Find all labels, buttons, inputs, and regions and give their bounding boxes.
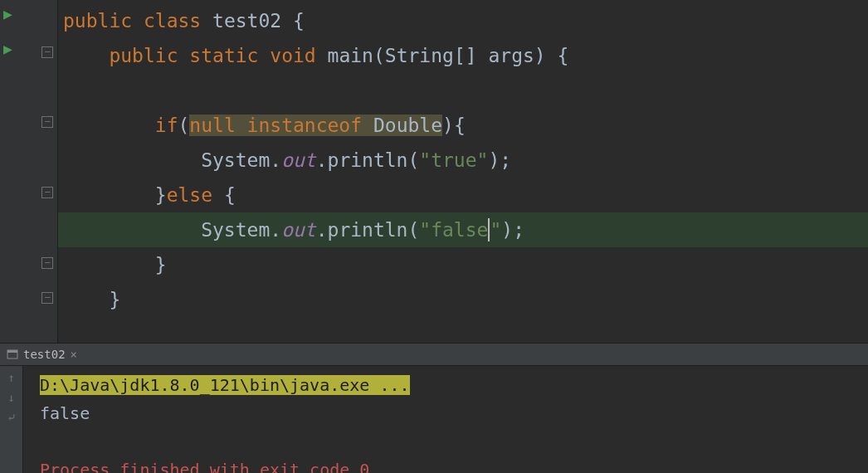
dot: . bbox=[270, 149, 281, 171]
warning-highlight: null instanceof Double bbox=[189, 115, 442, 136]
down-icon[interactable]: ↓ bbox=[7, 391, 14, 404]
run-icon[interactable]: ▶ bbox=[3, 40, 12, 57]
brace: { bbox=[558, 45, 569, 66]
string-literal: "true" bbox=[419, 149, 488, 171]
brace: } bbox=[109, 289, 120, 310]
brace: { bbox=[293, 10, 305, 32]
method-call: println bbox=[328, 149, 408, 171]
code-line bbox=[58, 73, 868, 108]
console-command-line: D:\Java\jdk1.8.0_121\bin\java.exe ... bbox=[40, 371, 851, 399]
fold-icon[interactable] bbox=[41, 187, 53, 198]
keyword: void bbox=[270, 45, 315, 66]
fold-icon[interactable] bbox=[41, 292, 53, 304]
svg-rect-1 bbox=[7, 350, 17, 353]
editor-area: ▶ ▶ public class test02 { public static … bbox=[0, 0, 868, 343]
code-line: public class test02 { bbox=[58, 3, 868, 38]
code-line-current: System.out.println("false"); bbox=[58, 212, 868, 247]
console-output-line: false bbox=[40, 399, 851, 427]
class-ref: System bbox=[201, 149, 270, 171]
fold-icon[interactable] bbox=[41, 257, 53, 269]
brace: { bbox=[224, 184, 236, 206]
param: args bbox=[488, 45, 534, 66]
close-icon[interactable]: × bbox=[71, 348, 77, 361]
console-toolbar: ↑ ↓ ⤶ bbox=[0, 366, 23, 473]
text-cursor bbox=[488, 218, 490, 241]
string-literal: "false" bbox=[419, 219, 501, 241]
brace: { bbox=[454, 115, 466, 136]
code-pane[interactable]: public class test02 { public static void… bbox=[58, 0, 868, 343]
up-icon[interactable]: ↑ bbox=[7, 371, 14, 384]
code-line: public static void main(String[] args) { bbox=[58, 38, 868, 73]
code-line: } bbox=[58, 247, 868, 282]
brackets: [] bbox=[454, 45, 477, 66]
keyword: else bbox=[167, 184, 212, 206]
keyword: public bbox=[63, 10, 132, 32]
keyword: null bbox=[189, 115, 235, 136]
console-blank-line bbox=[40, 427, 851, 456]
paren: ( bbox=[407, 219, 419, 241]
brace: } bbox=[155, 184, 167, 206]
method-call: println bbox=[328, 219, 408, 241]
field: out bbox=[281, 219, 316, 241]
tab-label: test02 bbox=[23, 348, 66, 361]
keyword: public bbox=[109, 45, 178, 66]
dot: . bbox=[270, 219, 281, 241]
type: String bbox=[385, 45, 454, 66]
paren: ) bbox=[442, 115, 454, 136]
dot: . bbox=[316, 149, 328, 171]
semicolon: ; bbox=[513, 219, 524, 241]
type: Double bbox=[373, 115, 442, 136]
console-panel: ↑ ↓ ⤶ D:\Java\jdk1.8.0_121\bin\java.exe … bbox=[0, 366, 868, 473]
class-ref: System bbox=[201, 219, 270, 241]
console-exit-line: Process finished with exit code 0 bbox=[40, 456, 851, 473]
code-line: System.out.println("true"); bbox=[58, 143, 868, 178]
paren: ( bbox=[407, 149, 419, 171]
paren: ( bbox=[178, 115, 189, 136]
class-name: test02 bbox=[212, 10, 281, 32]
keyword: instanceof bbox=[247, 115, 362, 136]
run-tab[interactable]: test02 × bbox=[0, 344, 84, 365]
paren: ) bbox=[488, 149, 500, 171]
code-line: } bbox=[58, 282, 868, 317]
field: out bbox=[281, 149, 316, 171]
keyword: if bbox=[155, 115, 178, 136]
keyword: static bbox=[189, 45, 258, 66]
code-line: }else { bbox=[58, 178, 868, 212]
code-line: if(null instanceof Double){ bbox=[58, 108, 868, 143]
keyword: class bbox=[144, 10, 201, 32]
run-tab-bar: test02 × bbox=[0, 343, 868, 366]
semicolon: ; bbox=[500, 149, 511, 171]
brace: } bbox=[155, 254, 167, 276]
gutter: ▶ ▶ bbox=[0, 0, 58, 343]
run-icon[interactable]: ▶ bbox=[3, 5, 12, 22]
paren: ) bbox=[501, 219, 513, 241]
wrap-icon[interactable]: ⤶ bbox=[7, 411, 17, 424]
fold-icon[interactable] bbox=[41, 116, 53, 128]
dot: . bbox=[316, 219, 328, 241]
method-name: main bbox=[328, 45, 373, 66]
console-output[interactable]: D:\Java\jdk1.8.0_121\bin\java.exe ... fa… bbox=[23, 366, 868, 473]
paren: ( bbox=[373, 45, 385, 66]
fold-icon[interactable] bbox=[41, 46, 53, 58]
paren: ) bbox=[534, 45, 546, 66]
command-text: D:\Java\jdk1.8.0_121\bin\java.exe ... bbox=[40, 375, 410, 395]
application-icon bbox=[7, 349, 18, 360]
